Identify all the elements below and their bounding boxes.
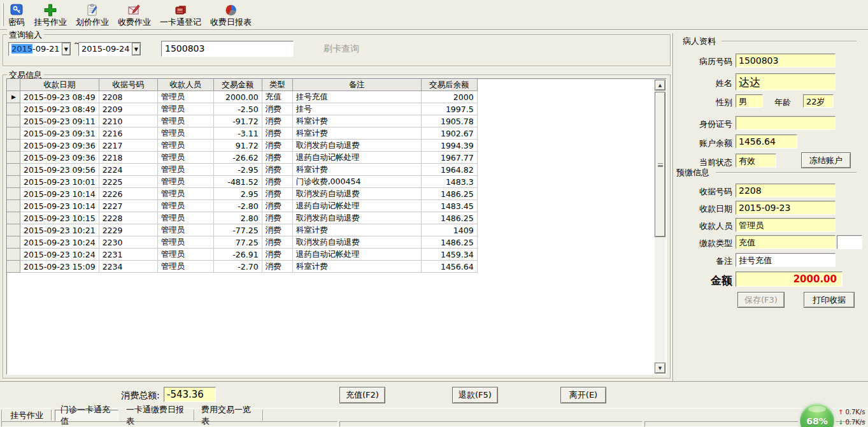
header-col[interactable]: 交易后余额	[421, 80, 477, 91]
receipt-no-field[interactable]: 2208	[736, 184, 836, 198]
chevron-down-icon[interactable]: ▼	[132, 43, 141, 55]
total-consumption-field[interactable]: -543.36	[164, 387, 216, 402]
header-col[interactable]: 备注	[292, 80, 421, 91]
row-selector[interactable]	[8, 212, 20, 224]
row-selector[interactable]	[8, 200, 20, 212]
table-cell: 科室计费	[292, 127, 421, 140]
exit-button[interactable]: 离开(E)	[560, 387, 606, 403]
name-field[interactable]: 达达	[736, 73, 836, 90]
date-to-picker[interactable]: 2015-09-24 ▼	[78, 42, 141, 56]
freeze-account-button[interactable]: 冻结账户	[801, 152, 851, 168]
table-row[interactable]: 2015-09-23 15:092234管理员-2.70消费科室计费1456.6…	[8, 261, 478, 273]
toolbar-button-card-register[interactable]: 一卡通登记	[155, 1, 206, 29]
status-divider	[51, 410, 52, 421]
table-row[interactable]: 2015-09-23 08:492209管理员-2.50消费挂号1997.5	[8, 103, 478, 115]
age-field[interactable]: 22岁	[803, 94, 834, 108]
toolbar-button-register[interactable]: 挂号作业	[29, 1, 71, 29]
table-row[interactable]: 2015-09-23 10:212229管理员-77.25消费科室计费1409	[8, 224, 478, 236]
header-col[interactable]: 收款日期	[20, 80, 99, 91]
transactions-table: 收款日期 收据号码 收款人员 交易金额 类型 备注 交易后余额 ▶2015-09…	[7, 79, 478, 273]
balance-field[interactable]: 1456.64	[736, 134, 797, 148]
table-row[interactable]: 2015-09-23 09:562224管理员-2.95消费科室计费1964.8…	[8, 164, 478, 176]
pay-type-extra-box[interactable]	[837, 235, 862, 249]
prepay-section-line	[716, 172, 857, 173]
table-row[interactable]: 2015-09-23 10:242231管理员-26.91消费退药自动记帐处理1…	[8, 249, 478, 261]
table-row[interactable]: 2015-09-23 10:142226管理员2.95消费取消发药自动退费148…	[8, 188, 478, 200]
amount-field[interactable]: 2000.00	[736, 271, 843, 287]
table-cell: 2015-09-23 08:49	[20, 103, 99, 115]
scrollbar-thumb[interactable]	[655, 92, 665, 237]
table-cell: 管理员	[157, 115, 213, 127]
scroll-down-button[interactable]: ▼	[655, 363, 665, 373]
row-selector[interactable]	[8, 140, 20, 152]
date-from-picker[interactable]: 2015-09-21 ▼	[8, 42, 71, 56]
record-no-field[interactable]: 1500803	[736, 54, 836, 68]
print-receipt-button[interactable]: 打印收据	[804, 292, 855, 308]
toolbar-button-pricing[interactable]: 划价作业	[71, 1, 113, 29]
row-selector[interactable]	[8, 249, 20, 261]
status-value: 有效	[739, 156, 755, 166]
download-speed-value: 0.7K/s	[845, 419, 865, 426]
status-tab-card-recharge[interactable]: 门诊一卡通充值	[55, 410, 118, 421]
status-field[interactable]: 有效	[736, 154, 776, 168]
header-col[interactable]: 收据号码	[99, 80, 157, 91]
toolbar-button-charge[interactable]: 收费作业	[113, 1, 155, 29]
query-group-title: 查询输入	[7, 29, 44, 41]
recharge-button[interactable]: 充值(F2)	[339, 387, 385, 403]
status-tab-fee-overview[interactable]: 费用交易一览表	[196, 410, 260, 421]
refund-button[interactable]: 退款(F5)	[452, 387, 498, 403]
row-selector[interactable]	[8, 152, 20, 164]
row-selector[interactable]	[8, 188, 20, 200]
table-cell: -2.80	[213, 200, 262, 212]
row-selector[interactable]	[8, 164, 20, 176]
table-cell: 管理员	[157, 200, 213, 212]
table-row[interactable]: 2015-09-23 10:012225管理员-481.52消费门诊收费,000…	[8, 176, 478, 188]
pay-date-field[interactable]: 2015-09-23	[736, 201, 836, 215]
table-cell: 管理员	[157, 188, 213, 200]
status-tab-daily-report[interactable]: 一卡通缴费日报表	[121, 410, 192, 421]
card-number-value: 1500803	[165, 43, 204, 54]
header-col[interactable]: 收款人员	[157, 80, 213, 91]
table-row[interactable]: 2015-09-23 10:242230管理员77.25消费取消发药自动退费14…	[8, 236, 478, 249]
table-row[interactable]: 2015-09-23 10:152228管理员2.80消费取消发药自动退费148…	[8, 212, 478, 224]
table-row[interactable]: 2015-09-23 09:362217管理员91.72消费取消发药自动退费19…	[8, 140, 478, 152]
chevron-down-icon[interactable]: ▼	[62, 43, 71, 55]
pay-type-field[interactable]: 充值	[736, 235, 836, 249]
header-col[interactable]: 类型	[262, 80, 292, 91]
id-card-field[interactable]	[736, 116, 836, 130]
age-value: 22岁	[806, 97, 825, 106]
row-selector[interactable]	[8, 224, 20, 236]
row-selector[interactable]	[8, 176, 20, 188]
row-selector[interactable]	[8, 103, 20, 115]
table-row[interactable]: 2015-09-23 09:362218管理员-26.62消费退药自动记帐处理1…	[8, 152, 478, 164]
row-selector[interactable]: ▶	[8, 91, 20, 103]
table-row[interactable]: ▶2015-09-23 08:492208管理员2000.00充值挂号充值200…	[8, 91, 478, 103]
row-selector[interactable]	[8, 261, 20, 273]
status-tab-register[interactable]: 挂号作业	[4, 410, 50, 421]
table-cell: 管理员	[157, 127, 213, 140]
table-cell: 2015-09-23 09:11	[20, 115, 99, 127]
patient-section-line	[722, 41, 857, 41]
toolbar-button-password[interactable]: 密码	[4, 1, 29, 29]
row-selector[interactable]	[8, 115, 20, 127]
row-selector[interactable]	[8, 236, 20, 249]
table-cell: 管理员	[157, 176, 213, 188]
vertical-scrollbar[interactable]: ▲ ▼	[655, 80, 665, 373]
name-label: 姓名	[693, 78, 732, 89]
table-row[interactable]: 2015-09-23 09:112210管理员-91.72消费科室计费1905.…	[8, 115, 478, 127]
row-selector[interactable]	[8, 127, 20, 140]
header-col[interactable]: 交易金额	[213, 80, 262, 91]
table-row[interactable]: 2015-09-23 10:142227管理员-2.80消费退药自动记帐处理14…	[8, 200, 478, 212]
table-cell: 2000.00	[213, 91, 262, 103]
scroll-up-button[interactable]: ▲	[655, 80, 665, 90]
save-button[interactable]: 保存(F3)	[737, 292, 785, 308]
table-row[interactable]: 2015-09-23 09:312216管理员-3.11消费科室计费1902.6…	[8, 127, 478, 140]
table-cell: 1994.39	[421, 140, 477, 152]
header-selector	[8, 80, 20, 91]
pay-type-value: 充值	[739, 238, 755, 247]
toolbar-button-daily-report[interactable]: 收费日报表	[206, 1, 256, 29]
remark-field[interactable]: 挂号充值	[736, 253, 836, 267]
table-cell: 挂号	[292, 103, 421, 115]
cashier-field[interactable]: 管理员	[736, 218, 836, 232]
card-number-input[interactable]: 1500803	[161, 41, 294, 57]
